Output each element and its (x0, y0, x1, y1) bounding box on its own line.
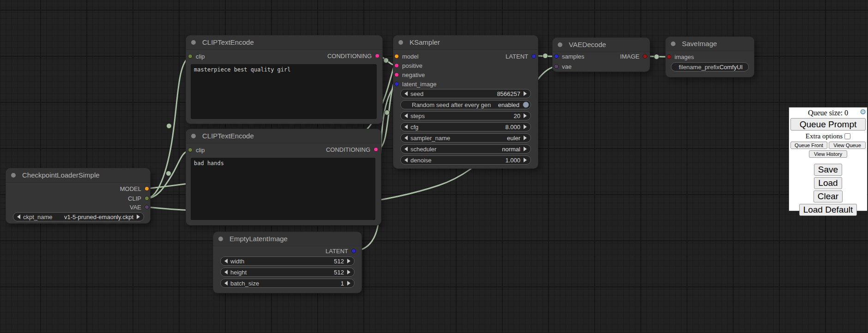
collapse-dot-icon[interactable] (218, 237, 223, 241)
decrement-arrow-icon[interactable] (404, 125, 408, 129)
link-midpoint-dot (384, 58, 389, 63)
increment-arrow-icon[interactable] (347, 259, 350, 263)
decrement-arrow-icon[interactable] (404, 91, 408, 96)
node-clip-text-encode-positive[interactable]: CLIPTextEncode clip CONDITIONING masterp… (186, 36, 382, 124)
denoise-widget[interactable]: denoise 1.000 (400, 155, 531, 165)
decrement-arrow-icon[interactable] (404, 113, 408, 118)
comfyui-canvas[interactable]: { "colors": { "link": "#A9BFA4", "toggle… (0, 0, 868, 333)
next-value-arrow-icon[interactable] (137, 214, 140, 219)
view-queue-button[interactable]: View Queue (829, 142, 866, 149)
clip-port-dot[interactable] (145, 196, 149, 201)
collapse-dot-icon[interactable] (671, 42, 675, 46)
batch-size-widget[interactable]: batch_size 1 (220, 279, 355, 288)
node-save-image[interactable]: SaveImage images filename_prefix ComfyUI (666, 37, 754, 77)
width-widget[interactable]: width 512 (220, 256, 355, 266)
collapse-dot-icon[interactable] (558, 42, 562, 47)
model-port-dot[interactable] (394, 54, 399, 59)
increment-arrow-icon[interactable] (347, 281, 350, 285)
vae-port-dot[interactable] (554, 64, 559, 69)
latent-port-dot[interactable] (531, 54, 536, 59)
widget-label: batch_size (230, 280, 259, 287)
image-port-dot[interactable] (643, 54, 647, 59)
clip-port-dot[interactable] (188, 148, 193, 152)
height-widget[interactable]: height 512 (220, 268, 355, 277)
widget-label: scheduler (410, 146, 436, 153)
clear-button[interactable]: Clear (814, 190, 843, 202)
collapse-dot-icon[interactable] (191, 40, 196, 45)
conditioning-port-dot[interactable] (375, 54, 380, 58)
view-history-button[interactable]: View History (809, 150, 847, 158)
scheduler-widget[interactable]: scheduler normal (400, 144, 531, 154)
sampler-name-widget[interactable]: sampler_name euler (400, 133, 531, 143)
queue-prompt-button[interactable]: Queue Prompt (790, 118, 866, 131)
increment-arrow-icon[interactable] (524, 158, 527, 162)
node-empty-latent-image[interactable]: EmptyLatentImage LATENT width 512 height… (213, 232, 362, 293)
increment-arrow-icon[interactable] (524, 91, 527, 96)
filename-prefix-widget[interactable]: filename_prefix ComfyUI (671, 62, 749, 71)
port-label: latent_image (402, 81, 436, 88)
node-clip-text-encode-negative[interactable]: CLIPTextEncode clip CONDITIONING bad han… (186, 129, 381, 225)
prev-value-arrow-icon[interactable] (17, 214, 20, 219)
widget-value: normal (502, 146, 520, 153)
latent-port-dot[interactable] (554, 54, 559, 59)
node-title-bar[interactable]: KSampler (393, 36, 538, 50)
seed-widget[interactable]: seed 8566257 (400, 89, 531, 98)
node-title-bar[interactable]: SaveImage (666, 37, 754, 51)
gear-icon[interactable]: ⚙ (860, 108, 866, 116)
port-label: samples (562, 53, 584, 60)
decrement-arrow-icon[interactable] (404, 158, 408, 162)
increment-arrow-icon[interactable] (524, 113, 527, 118)
positive-prompt-textarea[interactable]: masterpiece best quality girl (191, 64, 377, 119)
increment-arrow-icon[interactable] (524, 125, 527, 129)
queue-front-button[interactable]: Queue Front (790, 142, 827, 149)
latent-port-dot[interactable] (351, 249, 356, 253)
decrement-arrow-icon[interactable] (224, 270, 228, 274)
vae-port-dot[interactable] (145, 205, 149, 209)
decrement-arrow-icon[interactable] (224, 281, 228, 285)
node-title-bar[interactable]: CheckpointLoaderSimple (6, 168, 150, 183)
negative-port-dot[interactable] (394, 72, 399, 77)
image-port-dot[interactable] (667, 54, 671, 59)
decrement-arrow-icon[interactable] (224, 259, 228, 263)
node-title-bar[interactable]: CLIPTextEncode (186, 36, 382, 50)
ckpt-name-widget[interactable]: ckpt_name v1-5-pruned-emaonly.ckpt (13, 212, 144, 221)
comfy-menu-panel[interactable]: Queue size: 0 ⚙ Queue Prompt Extra optio… (789, 107, 868, 211)
node-ksampler[interactable]: KSampler model positive negative latent_… (393, 36, 538, 168)
widget-label: width (230, 258, 244, 265)
cfg-widget[interactable]: cfg 8.000 (400, 122, 531, 131)
next-value-arrow-icon[interactable] (524, 147, 527, 151)
extra-options-checkbox[interactable] (844, 133, 850, 139)
steps-widget[interactable]: steps 20 (400, 111, 531, 120)
port-label: MODEL (120, 185, 141, 192)
link-midpoint-dot (654, 54, 659, 59)
clip-port-dot[interactable] (188, 54, 193, 59)
negative-prompt-textarea[interactable]: bad hands (191, 158, 375, 220)
output-port-clip: CLIP (128, 195, 149, 202)
save-button[interactable]: Save (814, 164, 842, 176)
model-port-dot[interactable] (145, 186, 149, 191)
collapse-dot-icon[interactable] (11, 173, 16, 178)
next-value-arrow-icon[interactable] (524, 136, 527, 140)
increment-arrow-icon[interactable] (347, 270, 350, 274)
latent-port-dot[interactable] (394, 82, 399, 86)
node-checkpoint-loader[interactable]: CheckpointLoaderSimple MODEL CLIP VAE ck… (6, 168, 150, 223)
collapse-dot-icon[interactable] (191, 134, 196, 138)
conditioning-port-dot[interactable] (374, 147, 378, 152)
toggle-dot-icon[interactable] (523, 101, 529, 108)
node-title-bar[interactable]: EmptyLatentImage (213, 232, 362, 246)
node-title: VAEDecode (569, 38, 606, 52)
load-button[interactable]: Load (814, 177, 842, 189)
positive-port-dot[interactable] (394, 63, 399, 68)
node-title: EmptyLatentImage (229, 232, 288, 246)
output-port-latent: LATENT (326, 247, 356, 255)
prev-value-arrow-icon[interactable] (404, 147, 408, 151)
node-title-bar[interactable]: VAEDecode (553, 38, 650, 52)
prev-value-arrow-icon[interactable] (404, 136, 408, 140)
port-label: CONDITIONING (327, 53, 372, 59)
collapse-dot-icon[interactable] (398, 40, 403, 45)
node-vae-decode[interactable]: VAEDecode samples vae IMAGE (553, 38, 650, 71)
node-title-bar[interactable]: CLIPTextEncode (186, 129, 381, 143)
widget-label: ckpt_name (23, 214, 53, 220)
load-default-button[interactable]: Load Default (799, 204, 857, 216)
random-seed-toggle-widget[interactable]: Random seed after every gen enabled (400, 100, 531, 109)
